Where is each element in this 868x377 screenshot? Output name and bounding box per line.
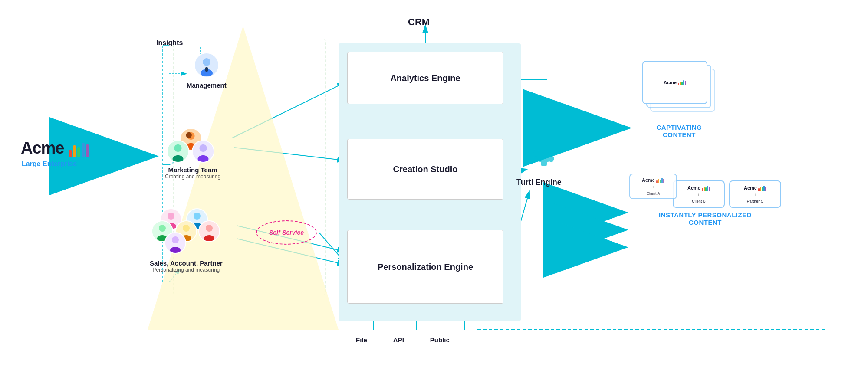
svg-point-48 bbox=[194, 213, 201, 220]
self-service-badge: Self-Service bbox=[256, 220, 317, 245]
turtl-engine-section: Turtl Engine bbox=[516, 139, 562, 187]
partner-c-card: Acme + Partner C bbox=[729, 180, 781, 208]
personalization-engine-box: Personalization Engine bbox=[347, 230, 503, 304]
marketing-avatars bbox=[167, 128, 219, 163]
sales-label: Sales, Account, Partner bbox=[150, 259, 223, 267]
file-label: File bbox=[356, 336, 367, 344]
gear-icon bbox=[516, 139, 562, 174]
svg-point-57 bbox=[206, 225, 213, 232]
creation-studio-box: Creation Studio bbox=[347, 139, 503, 200]
personalization-engine-label: Personalization Engine bbox=[378, 262, 473, 272]
bar-1 bbox=[69, 150, 72, 157]
svg-point-31 bbox=[203, 58, 210, 66]
management-group: Management bbox=[187, 52, 227, 89]
api-label: API bbox=[393, 336, 404, 344]
analytics-engine-box: Analytics Engine bbox=[347, 52, 503, 104]
sales-avatars bbox=[151, 208, 221, 256]
captivating-label: CAPTIVATING CONTENT bbox=[657, 124, 702, 138]
bar-4 bbox=[82, 143, 85, 157]
captivating-card-stack: Acme bbox=[642, 61, 716, 121]
client-b-card: Acme + Client B bbox=[673, 180, 725, 208]
data-sources: File API Public bbox=[356, 336, 450, 344]
personalized-output: Acme + Client A Acme bbox=[629, 174, 781, 226]
bar-2 bbox=[73, 145, 76, 157]
svg-point-39 bbox=[174, 144, 181, 152]
bar-3 bbox=[77, 147, 80, 157]
management-label: Management bbox=[187, 82, 227, 89]
turtl-engine-label: Turtl Engine bbox=[516, 178, 562, 187]
acme-logo: Acme Large Enterprise bbox=[21, 139, 89, 168]
captivating-card-front: Acme bbox=[642, 61, 707, 104]
acme-logo-bars bbox=[69, 140, 89, 157]
self-service-text: Self-Service bbox=[269, 229, 304, 236]
bar-5 bbox=[86, 144, 89, 157]
personalized-label: INSTANTLY PERSONALIZED CONTENT bbox=[659, 211, 752, 226]
marketing-sublabel: Creating and measuring bbox=[165, 174, 220, 180]
sales-group: Sales, Account, Partner Personalizing an… bbox=[150, 208, 223, 273]
acme-subtitle: Large Enterprise bbox=[22, 160, 77, 168]
management-avatar bbox=[194, 52, 220, 78]
svg-rect-33 bbox=[205, 67, 208, 72]
svg-point-42 bbox=[199, 144, 207, 152]
client-a-card: Acme + Client A bbox=[629, 174, 677, 199]
sales-sublabel: Personalizing and measuring bbox=[150, 267, 223, 273]
svg-point-45 bbox=[168, 213, 174, 220]
svg-point-51 bbox=[159, 225, 166, 232]
marketing-label: Marketing Team bbox=[165, 166, 220, 174]
svg-point-60 bbox=[172, 236, 179, 243]
crm-label: CRM bbox=[408, 16, 430, 28]
svg-point-37 bbox=[186, 132, 192, 138]
captivating-card-logo: Acme bbox=[664, 79, 686, 85]
analytics-engine-label: Analytics Engine bbox=[390, 73, 460, 83]
public-label: Public bbox=[430, 336, 450, 344]
creation-studio-label: Creation Studio bbox=[393, 164, 458, 174]
captivating-output: Acme CAPTIVATING CONTENT bbox=[642, 61, 716, 138]
acme-company-name: Acme bbox=[21, 139, 64, 157]
svg-point-54 bbox=[183, 225, 190, 232]
marketing-group: Marketing Team Creating and measuring bbox=[165, 128, 220, 180]
personalized-cards: Acme + Client A Acme bbox=[629, 174, 781, 208]
